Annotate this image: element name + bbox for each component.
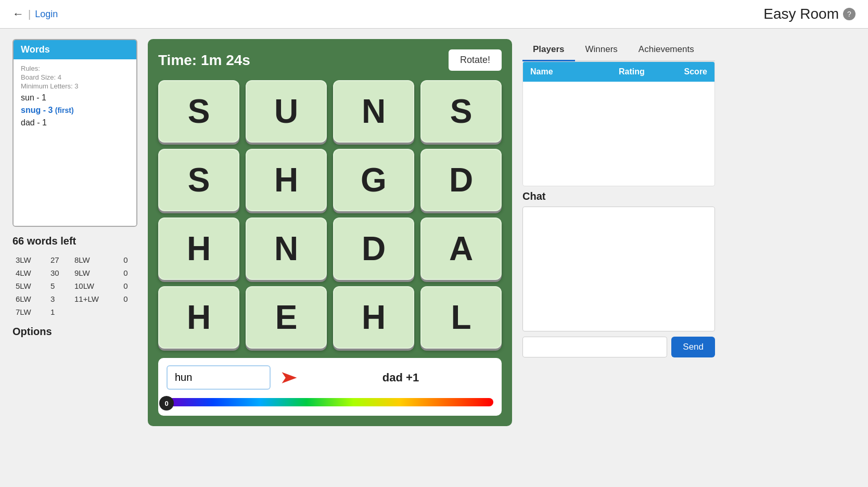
rules-label: Rules: xyxy=(21,65,129,72)
stats-cell: 10LW xyxy=(71,279,120,292)
chat-input-row: Send xyxy=(522,337,715,357)
col-score: Score xyxy=(652,62,714,82)
options-label: Options xyxy=(12,326,137,338)
words-box: Words Rules: Board Size: 4 Minimum Lette… xyxy=(12,39,137,227)
board-size-text: Board Size: 4 xyxy=(21,73,129,81)
submit-arrow-button[interactable] xyxy=(278,366,301,389)
words-header: Words xyxy=(14,40,136,59)
header-left: ← | Login xyxy=(12,7,58,21)
last-word-display: dad +1 xyxy=(308,371,493,385)
stats-cell: 1 xyxy=(47,305,71,318)
letter-tile-7[interactable]: D xyxy=(420,149,502,211)
letter-tile-2[interactable]: N xyxy=(333,80,414,143)
letter-tile-9[interactable]: N xyxy=(246,217,327,280)
timer-display: Time: 1m 24s xyxy=(158,52,250,69)
chat-messages xyxy=(522,207,715,331)
send-button[interactable]: Send xyxy=(671,337,715,357)
letter-grid: SUNSSHGDHNDAHEHL xyxy=(158,80,502,349)
game-area: Time: 1m 24s Rotate! SUNSSHGDHNDAHEHL da… xyxy=(148,39,512,426)
svg-marker-0 xyxy=(282,372,297,383)
col-rating: Rating xyxy=(585,62,652,82)
word-snug: snug - 3 (first) xyxy=(21,106,129,115)
letter-tile-1[interactable]: U xyxy=(246,80,327,143)
letter-tile-10[interactable]: D xyxy=(333,217,414,280)
letter-tile-14[interactable]: H xyxy=(333,286,414,349)
letter-tile-15[interactable]: L xyxy=(420,286,502,349)
stats-cell: 0 xyxy=(120,279,137,292)
letter-tile-8[interactable]: H xyxy=(158,217,239,280)
header: ← | Login Easy Room ? xyxy=(0,0,868,29)
left-panel: Words Rules: Board Size: 4 Minimum Lette… xyxy=(12,39,137,338)
letter-tile-12[interactable]: H xyxy=(158,286,239,349)
stats-cell: 30 xyxy=(47,266,71,279)
players-table: Name Rating Score xyxy=(523,62,714,82)
stats-cell: 8LW xyxy=(71,253,120,266)
word-stats-table: 3LW278LW04LW309LW05LW510LW06LW311+LW07LW… xyxy=(12,253,137,318)
letter-tile-11[interactable]: A xyxy=(420,217,502,280)
progress-marker: 0 xyxy=(159,396,174,411)
main-layout: Words Rules: Board Size: 4 Minimum Lette… xyxy=(0,29,868,437)
game-top-bar: Time: 1m 24s Rotate! xyxy=(158,49,502,71)
stats-cell: 27 xyxy=(47,253,71,266)
words-left-label: 66 words left xyxy=(12,235,137,247)
words-content: Rules: Board Size: 4 Minimum Letters: 3 … xyxy=(14,59,136,226)
tabs-row: Players Winners Achievements xyxy=(522,39,715,61)
stats-cell xyxy=(120,305,137,318)
page-title: Easy Room ? xyxy=(763,6,856,22)
stats-cell: 6LW xyxy=(12,292,47,305)
word-snug-text: snug - 3 xyxy=(21,106,53,114)
word-input[interactable] xyxy=(167,365,271,390)
progress-bar xyxy=(167,398,493,406)
word-dad: dad - 1 xyxy=(21,118,129,127)
progress-bar-container: 0 xyxy=(167,396,493,408)
stats-cell: 5 xyxy=(47,279,71,292)
word-sun: sun - 1 xyxy=(21,93,129,102)
right-panel: Players Winners Achievements Name Rating… xyxy=(522,39,715,357)
stats-cell: 3 xyxy=(47,292,71,305)
stats-cell: 5LW xyxy=(12,279,47,292)
col-name: Name xyxy=(523,62,585,82)
players-panel: Name Rating Score xyxy=(522,61,715,186)
tab-achievements[interactable]: Achievements xyxy=(628,39,705,61)
input-area: dad +1 0 xyxy=(158,358,502,416)
tab-winners[interactable]: Winners xyxy=(575,39,628,61)
room-title-text: Easy Room xyxy=(763,6,839,22)
game-board: Time: 1m 24s Rotate! SUNSSHGDHNDAHEHL da… xyxy=(148,39,512,426)
back-arrow-icon[interactable]: ← xyxy=(12,7,24,21)
stats-cell: 0 xyxy=(120,292,137,305)
letter-tile-6[interactable]: G xyxy=(333,149,414,211)
letter-tile-13[interactable]: E xyxy=(246,286,327,349)
stats-cell: 0 xyxy=(120,253,137,266)
stats-cell: 7LW xyxy=(12,305,47,318)
stats-cell: 11+LW xyxy=(71,292,120,305)
tab-players[interactable]: Players xyxy=(522,39,575,61)
input-row: dad +1 xyxy=(167,365,493,390)
stats-cell: 4LW xyxy=(12,266,47,279)
login-link[interactable]: Login xyxy=(35,9,58,20)
stats-cell: 9LW xyxy=(71,266,120,279)
stats-cell xyxy=(71,305,120,318)
stats-cell: 0 xyxy=(120,266,137,279)
letter-tile-3[interactable]: S xyxy=(420,80,502,143)
letter-tile-4[interactable]: S xyxy=(158,149,239,211)
help-icon[interactable]: ? xyxy=(843,8,856,20)
word-first-badge: (first) xyxy=(55,106,74,114)
letter-tile-0[interactable]: S xyxy=(158,80,239,143)
chat-input[interactable] xyxy=(522,337,667,357)
rotate-button[interactable]: Rotate! xyxy=(449,49,502,71)
stats-cell: 3LW xyxy=(12,253,47,266)
pipe-divider: | xyxy=(28,8,31,20)
chat-label: Chat xyxy=(522,190,715,202)
chat-section: Chat Send xyxy=(522,190,715,357)
min-letters-text: Minimum Letters: 3 xyxy=(21,82,129,90)
letter-tile-5[interactable]: H xyxy=(246,149,327,211)
